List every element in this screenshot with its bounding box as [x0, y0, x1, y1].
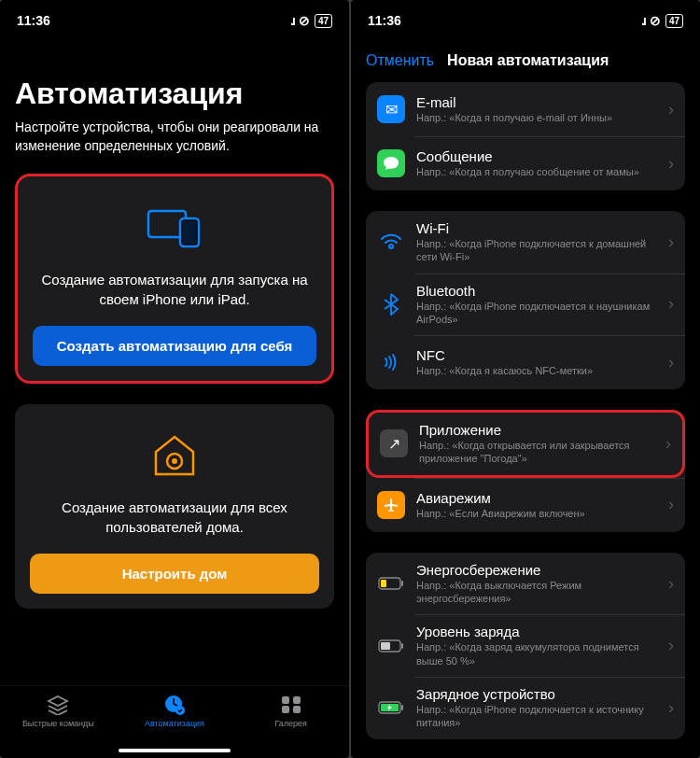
nav-header: Отменить Новая автоматизация [351, 41, 700, 82]
svg-point-4 [172, 458, 177, 464]
svg-rect-13 [401, 581, 403, 586]
item-title: Зарядное устройство [416, 686, 657, 702]
charger-icon [377, 694, 405, 722]
svg-point-6 [175, 706, 185, 715]
chevron-right-icon: › [668, 495, 674, 514]
item-title: Авиарежим [416, 490, 657, 506]
svg-rect-19 [401, 705, 403, 710]
stack-icon [47, 694, 69, 716]
tab-automation[interactable]: Автоматизация [123, 694, 226, 728]
item-title: Сообщение [416, 148, 657, 164]
svg-rect-12 [381, 580, 386, 587]
status-bar: 11:36 47 [0, 0, 349, 41]
item-sub: Напр.: «Когда я получаю e-mail от Инны» [416, 111, 657, 124]
trigger-app[interactable]: ↗ Приложение Напр.: «Когда открывается и… [366, 410, 685, 478]
group-communication: ✉ E-mail Напр.: «Когда я получаю e-mail … [366, 82, 685, 190]
item-sub: Напр.: «Когда я получаю сообщение от мам… [416, 165, 657, 178]
trigger-message[interactable]: Сообщение Напр.: «Когда я получаю сообще… [366, 136, 685, 190]
status-time: 11:36 [17, 13, 50, 28]
devices-icon [33, 203, 316, 253]
battery-icon: 47 [665, 14, 683, 28]
trigger-low-power[interactable]: Энергосбережение Напр.: «Когда выключает… [366, 553, 685, 615]
chevron-right-icon: › [668, 100, 674, 119]
item-title: Bluetooth [416, 283, 657, 299]
svg-rect-8 [293, 696, 301, 704]
tab-label: Быстрые команды [22, 719, 94, 728]
trigger-list: ✉ E-mail Напр.: «Когда я получаю e-mail … [351, 82, 700, 758]
group-app: ↗ Приложение Напр.: «Когда открывается и… [366, 410, 685, 532]
svg-rect-9 [282, 706, 289, 713]
svg-rect-15 [381, 642, 390, 650]
item-title: Уровень заряда [416, 624, 657, 639]
link-icon [299, 13, 310, 28]
battery-icon: 47 [315, 14, 332, 28]
tab-shortcuts[interactable]: Быстрые команды [7, 694, 109, 728]
chevron-right-icon: › [668, 636, 674, 655]
chevron-right-icon: › [668, 232, 674, 252]
setup-home-button[interactable]: Настроить дом [30, 554, 319, 594]
battery-level-icon [377, 632, 405, 660]
item-sub: Напр.: «Когда заряд аккумулятора подниме… [416, 640, 657, 667]
left-screen: 11:36 47 Автоматизация Настройте устройс… [0, 0, 349, 758]
svg-rect-10 [293, 706, 301, 713]
item-title: Энергосбережение [416, 562, 657, 578]
card-text: Создание автоматизации для запуска на св… [33, 270, 316, 309]
main-content: Автоматизация Настройте устройства, чтоб… [0, 41, 349, 685]
status-right: 47 [641, 13, 683, 28]
personal-automation-card: Создание автоматизации для запуска на св… [15, 174, 334, 384]
cancel-button[interactable]: Отменить [366, 52, 434, 69]
trigger-charger[interactable]: Зарядное устройство Напр.: «Когда iPhone… [366, 677, 685, 739]
page-subtitle: Настройте устройства, чтобы они реагиров… [15, 119, 334, 155]
item-sub: Напр.: «Когда iPhone подключается к науш… [416, 300, 657, 327]
airplane-icon [377, 491, 405, 519]
item-sub: Напр.: «Когда открывается или закрываетс… [419, 439, 654, 466]
tab-bar: Быстрые команды Автоматизация Галерея [0, 685, 349, 758]
chevron-right-icon: › [668, 294, 674, 314]
nfc-icon [377, 348, 405, 376]
tab-label: Автоматизация [145, 719, 204, 728]
right-screen: 11:36 47 Отменить Новая автоматизация ✉ … [351, 0, 700, 758]
trigger-airplane[interactable]: Авиарежим Напр.: «Если Авиарежим включен… [366, 478, 685, 532]
item-sub: Напр.: «Когда iPhone подключается к дома… [416, 237, 657, 264]
status-right: 47 [290, 13, 332, 28]
trigger-wifi[interactable]: Wi-Fi Напр.: «Когда iPhone подключается … [366, 211, 685, 274]
grid-icon [280, 694, 302, 716]
app-icon: ↗ [380, 429, 408, 457]
group-battery: Энергосбережение Напр.: «Когда выключает… [366, 553, 685, 739]
tab-gallery[interactable]: Галерея [240, 694, 343, 728]
svg-rect-2 [183, 221, 197, 245]
signal-icon [290, 13, 294, 28]
chevron-right-icon: › [668, 574, 674, 594]
create-personal-automation-button[interactable]: Создать автоматизацию для себя [33, 326, 316, 366]
chevron-right-icon: › [668, 353, 674, 372]
home-indicator[interactable] [119, 749, 231, 752]
home-icon [30, 430, 319, 481]
item-title: Wi-Fi [416, 220, 657, 236]
signal-icon [641, 13, 645, 28]
link-icon [650, 13, 661, 28]
svg-rect-16 [401, 643, 403, 649]
tab-label: Галерея [274, 719, 307, 728]
item-sub: Напр.: «Если Авиарежим включен» [416, 507, 657, 520]
trigger-bluetooth[interactable]: Bluetooth Напр.: «Когда iPhone подключае… [366, 274, 685, 336]
item-title: Приложение [419, 422, 654, 438]
wifi-icon [377, 228, 405, 256]
status-time: 11:36 [368, 13, 401, 28]
svg-rect-7 [282, 696, 289, 704]
email-icon: ✉ [377, 95, 405, 123]
bluetooth-icon [377, 290, 405, 318]
card-text: Создание автоматизации для всех пользова… [30, 498, 319, 537]
nav-title: Новая автоматизация [447, 52, 609, 69]
trigger-nfc[interactable]: NFC Напр.: «Когда я касаюсь NFC-метки» › [366, 335, 685, 389]
trigger-battery-level[interactable]: Уровень заряда Напр.: «Когда заряд аккум… [366, 614, 685, 677]
trigger-email[interactable]: ✉ E-mail Напр.: «Когда я получаю e-mail … [366, 82, 685, 136]
item-title: E-mail [416, 94, 657, 110]
group-connectivity: Wi-Fi Напр.: «Когда iPhone подключается … [366, 211, 685, 389]
low-power-icon [377, 569, 405, 597]
item-sub: Напр.: «Когда я касаюсь NFC-метки» [416, 364, 657, 377]
message-icon [377, 149, 405, 177]
item-sub: Напр.: «Когда выключается Режим энергосб… [416, 579, 657, 606]
status-bar: 11:36 47 [351, 0, 700, 41]
chevron-right-icon: › [668, 154, 674, 174]
chevron-right-icon: › [668, 698, 674, 718]
